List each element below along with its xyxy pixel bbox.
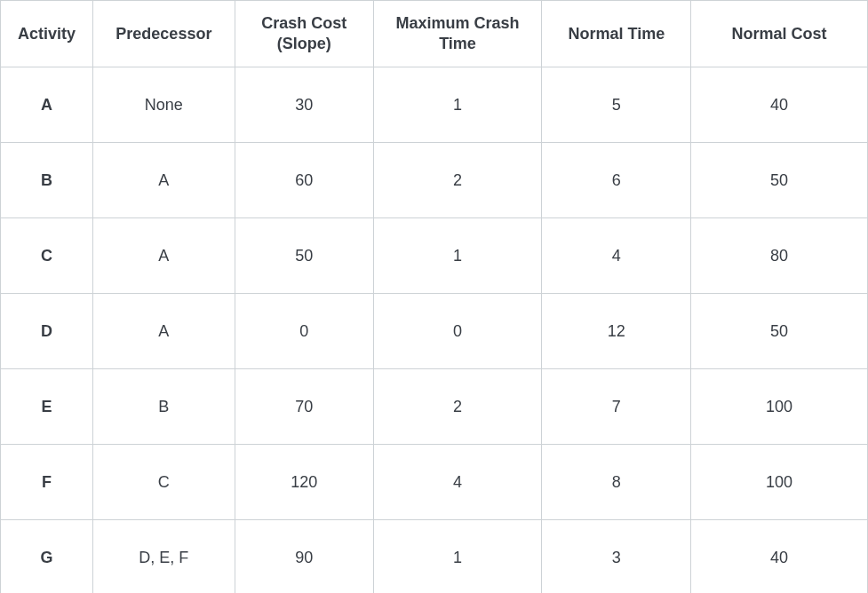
col-max-crash: Maximum Crash Time: [373, 1, 542, 67]
cell-activity: F: [1, 445, 93, 520]
col-max-crash-line2: Time: [374, 34, 542, 54]
table-row: E B 70 2 7 100: [1, 369, 868, 445]
table-header-row: Activity Predecessor Crash Cost (Slope) …: [1, 1, 868, 67]
col-predecessor: Predecessor: [92, 1, 235, 67]
cell-predecessor: A: [92, 218, 235, 294]
cell-crash-cost: 120: [235, 445, 373, 520]
cell-crash-cost: 70: [235, 369, 373, 445]
cell-normal-time: 8: [542, 445, 691, 520]
cell-normal-cost: 40: [691, 520, 868, 594]
table-row: D A 0 0 12 50: [1, 294, 868, 369]
cell-normal-cost: 50: [691, 143, 868, 218]
cell-max-crash: 1: [373, 67, 542, 143]
cell-max-crash: 4: [373, 445, 542, 520]
table-row: B A 60 2 6 50: [1, 143, 868, 218]
cell-normal-time: 5: [542, 67, 691, 143]
cell-crash-cost: 0: [235, 294, 373, 369]
cell-normal-time: 6: [542, 143, 691, 218]
col-crash-cost-line1: Crash Cost: [235, 13, 373, 34]
cell-normal-time: 7: [542, 369, 691, 445]
table-row: A None 30 1 5 40: [1, 67, 868, 143]
cell-max-crash: 2: [373, 143, 542, 218]
cell-crash-cost: 60: [235, 143, 373, 218]
cell-predecessor: D, E, F: [92, 520, 235, 594]
col-normal-time: Normal Time: [542, 1, 691, 67]
crash-cost-table: Activity Predecessor Crash Cost (Slope) …: [0, 0, 868, 593]
col-crash-cost-line2: (Slope): [235, 34, 373, 54]
cell-activity: G: [1, 520, 93, 594]
cell-normal-time: 3: [542, 520, 691, 594]
cell-max-crash: 1: [373, 218, 542, 294]
cell-crash-cost: 30: [235, 67, 373, 143]
cell-normal-cost: 80: [691, 218, 868, 294]
cell-max-crash: 0: [373, 294, 542, 369]
col-normal-cost: Normal Cost: [691, 1, 868, 67]
cell-normal-time: 4: [542, 218, 691, 294]
col-activity: Activity: [1, 1, 93, 67]
cell-activity: D: [1, 294, 93, 369]
cell-crash-cost: 90: [235, 520, 373, 594]
col-crash-cost: Crash Cost (Slope): [235, 1, 373, 67]
table-row: G D, E, F 90 1 3 40: [1, 520, 868, 594]
cell-predecessor: B: [92, 369, 235, 445]
cell-normal-cost: 40: [691, 67, 868, 143]
cell-predecessor: None: [92, 67, 235, 143]
cell-predecessor: C: [92, 445, 235, 520]
cell-crash-cost: 50: [235, 218, 373, 294]
cell-normal-cost: 100: [691, 445, 868, 520]
cell-max-crash: 2: [373, 369, 542, 445]
cell-predecessor: A: [92, 294, 235, 369]
cell-activity: B: [1, 143, 93, 218]
cell-activity: C: [1, 218, 93, 294]
cell-normal-cost: 100: [691, 369, 868, 445]
col-max-crash-line1: Maximum Crash: [374, 13, 542, 34]
cell-normal-cost: 50: [691, 294, 868, 369]
table-row: F C 120 4 8 100: [1, 445, 868, 520]
cell-normal-time: 12: [542, 294, 691, 369]
cell-activity: A: [1, 67, 93, 143]
cell-predecessor: A: [92, 143, 235, 218]
cell-activity: E: [1, 369, 93, 445]
cell-max-crash: 1: [373, 520, 542, 594]
table-row: C A 50 1 4 80: [1, 218, 868, 294]
